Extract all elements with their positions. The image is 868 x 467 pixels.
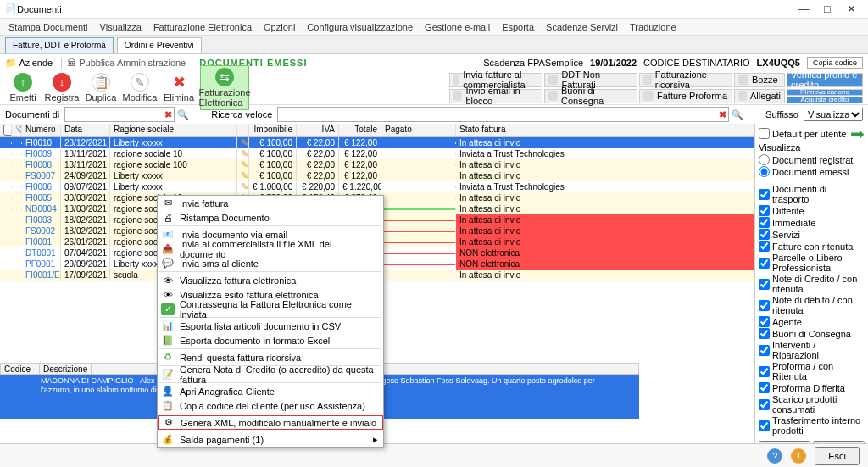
chk-notecredito[interactable]: Note di Credito / con ritenuta — [759, 274, 865, 294]
ctx-ristampa[interactable]: 🖨Ristampa Documento — [158, 210, 383, 225]
ctx-genera-xml[interactable]: ⚙Genera XML, modificalo manualmente e in… — [158, 415, 383, 430]
scadenza-label: Scadenza FPASemplice — [483, 58, 583, 68]
subtab-pa[interactable]: 🏛 Pubblica Amministrazione — [67, 58, 194, 68]
ricerca-label: Ricerca veloce — [211, 109, 272, 120]
dest-code: LX4UQQ5 — [757, 58, 800, 68]
search-doc-icon[interactable]: 🔍 — [177, 109, 189, 120]
context-menu: ✉Invia fattura 🖨Ristampa Documento 📧Invi… — [157, 195, 384, 448]
maximize-button[interactable]: □ — [815, 3, 839, 15]
arrow-icon: ➡ — [850, 124, 865, 144]
select-all-checkbox[interactable] — [3, 125, 12, 136]
ctx-ricorsiva[interactable]: ♻Rendi questa fattura ricorsiva — [158, 350, 383, 364]
rbtn-ricorsiva[interactable]: Fatturazione ricorsiva — [639, 73, 732, 87]
table-row[interactable]: FI000913/11/2021ragione sociale 10✎€ 100… — [0, 148, 754, 159]
rad-registrati[interactable]: Documenti registrati — [759, 154, 865, 165]
suffisso-label: Suffisso — [765, 109, 798, 120]
ctx-csv[interactable]: 📊Esporta lista articoli documento in CSV — [158, 319, 383, 333]
help-icon[interactable]: ? — [767, 448, 782, 464]
rbtn-proforma[interactable]: Fatture Proforma — [639, 89, 732, 103]
rbtn-ddt[interactable]: DDT Non Fatturati — [544, 73, 637, 87]
clear-ric-icon[interactable]: ✖ — [719, 109, 726, 120]
chk-proforma[interactable]: Proforma / con Ritenuta — [759, 361, 865, 381]
chk-trasf[interactable]: Trasferimento interno prodotti — [759, 415, 865, 436]
grid-header: 📎 NumeroDataRagione sociale ImponibileIV… — [0, 124, 754, 137]
search-ric-icon[interactable]: 🔍 — [732, 109, 743, 120]
ricerca-input[interactable] — [277, 107, 729, 122]
menu-visualizza[interactable]: Visualizza — [95, 20, 147, 34]
chk-buoni[interactable]: Buoni di Consegna — [759, 328, 865, 339]
clear-doc-icon[interactable]: ✖ — [164, 109, 172, 120]
chk-servizi[interactable]: Servizi — [759, 229, 865, 240]
esci-button[interactable]: Esci — [815, 447, 860, 465]
menu-opzioni[interactable]: Opzioni — [259, 20, 300, 34]
rbtn-invia-comm[interactable]: Invia fatture al commercialista — [449, 73, 542, 87]
window-title: Documenti — [17, 4, 62, 14]
tab-ordini[interactable]: Ordini e Preventivi — [117, 37, 202, 53]
copy-code-button[interactable]: Copia codice — [807, 57, 863, 69]
ctx-contrassegna[interactable]: ✓Contrassegna la Fattura Elettronica com… — [158, 302, 383, 316]
subtab-aziende[interactable]: 📁 Aziende — [5, 58, 62, 69]
minimize-button[interactable]: — — [792, 3, 815, 15]
ctx-salda[interactable]: 💰Salda pagamenti (1)▸ — [158, 432, 383, 447]
col-codice: Codice — [1, 364, 40, 374]
chk-notedebito[interactable]: Note di debito / con ritenuta — [759, 295, 865, 315]
col-descrizione: Descrizione — [40, 364, 92, 374]
chk-ddt[interactable]: Documenti di trasporto — [759, 184, 865, 204]
table-row[interactable]: FI000813/11/2021ragione sociale 100✎€ 10… — [0, 159, 754, 170]
menubar: Stampa Documenti Visualizza Fatturazione… — [0, 19, 868, 36]
ctx-excel[interactable]: 📗Esporta documento in formato Excel — [158, 333, 383, 347]
modifica-button[interactable]: ✎Modifica — [122, 73, 158, 103]
table-row[interactable]: FS000724/09/2021Liberty xxxxx✎€ 100,00€ … — [0, 170, 754, 181]
rbtn-buoni[interactable]: Buoni di Consegna — [544, 89, 637, 103]
ctx-sms[interactable]: 💬Invia sms al cliente — [158, 256, 383, 270]
chk-interventi[interactable]: Interventi / Riparazioni — [759, 340, 865, 360]
chk-default-user[interactable]: Default per utente — [759, 128, 865, 139]
menu-stampa[interactable]: Stampa Documenti — [3, 20, 93, 34]
side-panel: Default per utente Visualizza Documenti … — [755, 124, 868, 444]
elimina-button[interactable]: ✖Elimina — [161, 73, 197, 103]
warning-icon[interactable]: ! — [791, 448, 806, 464]
menu-email[interactable]: Gestione e-mail — [420, 20, 495, 34]
rbtn-rinnova[interactable]: Rinnova canone — [787, 89, 863, 96]
emetti-button[interactable]: ↑Emetti — [5, 73, 41, 103]
close-button[interactable]: ✕ — [839, 3, 863, 15]
ctx-anagrafica[interactable]: 👤Apri Anagrafica Cliente — [158, 384, 383, 398]
rbtn-bozze[interactable]: Bozze — [734, 73, 785, 87]
chk-ritenuta[interactable]: Fatture con ritenuta — [759, 241, 865, 252]
doc-di-label: Documenti di — [5, 109, 59, 120]
menu-fe[interactable]: Fatturazione Elettronica — [148, 20, 257, 34]
ctx-invia-fattura[interactable]: ✉Invia fattura — [158, 196, 383, 210]
rbtn-email-blocco[interactable]: Invio email in blocco — [449, 89, 542, 103]
table-row[interactable]: FI000609/07/2021Liberty xxxxx✎€ 1.000,00… — [0, 181, 754, 192]
scadenza-date: 19/01/2022 — [590, 58, 637, 68]
menu-config[interactable]: Configura visualizzazione — [302, 20, 418, 34]
ctx-notacredito[interactable]: 📝Genera Nota di Credito (o accredito) da… — [158, 367, 383, 381]
chk-differite[interactable]: Differite — [759, 205, 865, 216]
rad-emessi[interactable]: Documenti emessi — [759, 166, 865, 177]
chk-agente[interactable]: Agente — [759, 316, 865, 327]
rbtn-verifica[interactable]: Verifica profilo e credito — [787, 73, 863, 87]
menu-traduzione[interactable]: Traduzione — [625, 20, 682, 34]
suffisso-select[interactable]: Visualizza — [804, 108, 863, 121]
ctx-xml-comm[interactable]: 📤Invia al commercialista il file XML del… — [158, 242, 383, 256]
chk-parcelle[interactable]: Parcelle o Libero Professionista — [759, 253, 865, 273]
duplica-button[interactable]: 📋Duplica — [83, 73, 119, 103]
tab-fatture[interactable]: Fatture, DDT e Proforma — [5, 37, 114, 53]
chk-scarico[interactable]: Scarico prodotti consumati — [759, 394, 865, 414]
registra-button[interactable]: ↓Registra — [44, 73, 80, 103]
ctx-vis-fe[interactable]: 👁Visualizza fattura elettronica — [158, 273, 383, 287]
doc-icon: 📄 — [5, 3, 17, 14]
fe-button[interactable]: ⇆Fatturazione Elettronica — [200, 65, 249, 110]
chk-proformadiff[interactable]: Proforma Differita — [759, 382, 865, 393]
menu-scadenze[interactable]: Scadenze Servizi — [541, 20, 623, 34]
dest-label: CODICE DESTINATARIO — [643, 58, 750, 68]
table-row[interactable]: FI001023/12/2021Liberty xxxxx✎€ 100,00€ … — [0, 137, 754, 148]
doc-di-input[interactable] — [64, 107, 175, 122]
menu-esporta[interactable]: Esporta — [497, 20, 539, 34]
ctx-copiacodice[interactable]: 📋Copia codice del cliente (per uso Assis… — [158, 398, 383, 413]
chk-immediate[interactable]: Immediate — [759, 217, 865, 228]
rbtn-allegati[interactable]: Allegati — [734, 89, 785, 103]
rbtn-acquista[interactable]: Acquista credito — [787, 97, 863, 103]
